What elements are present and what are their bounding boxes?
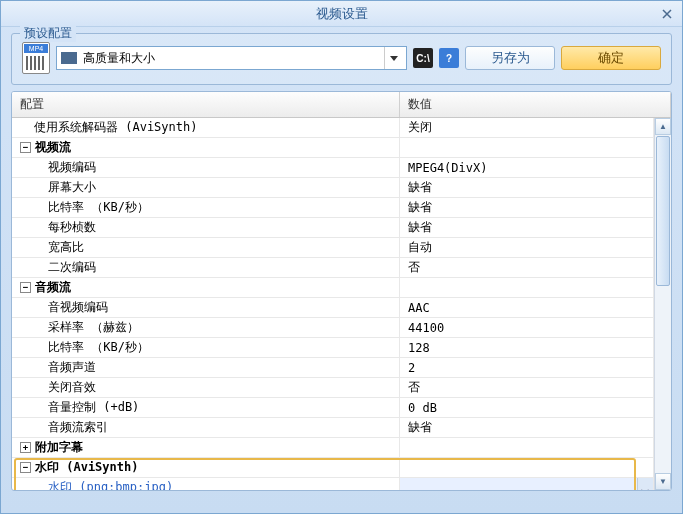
cell-name: 采样率 （赫兹） xyxy=(12,318,400,337)
video-settings-window: 视频设置 预设配置 高质量和大小 C:\ ? 另存为 确定 配置 数值 xyxy=(0,0,683,514)
cell-value[interactable]: MPEG4(DivX) xyxy=(400,158,654,177)
close-button[interactable] xyxy=(658,5,676,23)
row-label: 关闭音效 xyxy=(48,379,96,396)
cell-value[interactable]: 自动 xyxy=(400,238,654,257)
setting-row[interactable]: 使用系统解码器 (AviSynth)关闭 xyxy=(12,118,654,138)
cell-name: 水印 (png;bmp;jpg) xyxy=(12,478,400,490)
combo-dropdown-button[interactable] xyxy=(384,47,402,69)
row-label: 视频流 xyxy=(35,139,71,156)
row-label: 宽高比 xyxy=(48,239,84,256)
preset-combo-text: 高质量和大小 xyxy=(83,50,378,67)
setting-row[interactable]: 音视频编码AAC xyxy=(12,298,654,318)
row-label: 音视频编码 xyxy=(48,299,108,316)
cell-name: 关闭音效 xyxy=(12,378,400,397)
preset-group: 预设配置 高质量和大小 C:\ ? 另存为 确定 xyxy=(11,33,672,85)
setting-row[interactable]: 二次编码否 xyxy=(12,258,654,278)
cell-name: −水印 (AviSynth) xyxy=(12,458,400,477)
setting-row[interactable]: 采样率 （赫兹）44100 xyxy=(12,318,654,338)
vertical-scrollbar[interactable]: ▲ ▼ xyxy=(654,118,671,490)
cell-name: −视频流 xyxy=(12,138,400,157)
cell-value[interactable]: .. xyxy=(400,478,654,490)
setting-row[interactable]: 比特率 （KB/秒）128 xyxy=(12,338,654,358)
header-config[interactable]: 配置 xyxy=(12,92,400,117)
save-as-button[interactable]: 另存为 xyxy=(465,46,555,70)
settings-grid: 配置 数值 使用系统解码器 (AviSynth)关闭−视频流视频编码MPEG4(… xyxy=(11,91,672,491)
row-label: 比特率 （KB/秒） xyxy=(48,199,149,216)
cell-value[interactable]: 缺省 xyxy=(400,178,654,197)
cell-name: 屏幕大小 xyxy=(12,178,400,197)
setting-row[interactable]: 音频流索引缺省 xyxy=(12,418,654,438)
cell-value[interactable]: 128 xyxy=(400,338,654,357)
console-icon[interactable]: C:\ xyxy=(413,48,433,68)
row-label: 音频声道 xyxy=(48,359,96,376)
collapse-icon[interactable]: − xyxy=(20,462,31,473)
setting-row[interactable]: 音频声道2 xyxy=(12,358,654,378)
setting-row[interactable]: 屏幕大小缺省 xyxy=(12,178,654,198)
row-label: 水印 (AviSynth) xyxy=(35,459,138,476)
cell-name: 比特率 （KB/秒） xyxy=(12,338,400,357)
section-row[interactable]: −水印 (AviSynth) xyxy=(12,458,654,478)
grid-body: 使用系统解码器 (AviSynth)关闭−视频流视频编码MPEG4(DivX)屏… xyxy=(12,118,654,490)
cell-name: 宽高比 xyxy=(12,238,400,257)
setting-row[interactable]: 宽高比自动 xyxy=(12,238,654,258)
section-row[interactable]: −视频流 xyxy=(12,138,654,158)
cell-value[interactable]: 缺省 xyxy=(400,218,654,237)
grid-header: 配置 数值 xyxy=(12,92,671,118)
collapse-icon[interactable]: − xyxy=(20,282,31,293)
cell-name: 音频声道 xyxy=(12,358,400,377)
setting-row[interactable]: 关闭音效否 xyxy=(12,378,654,398)
cell-value[interactable]: 0 dB xyxy=(400,398,654,417)
cell-value xyxy=(400,458,654,477)
row-label: 二次编码 xyxy=(48,259,96,276)
ok-button[interactable]: 确定 xyxy=(561,46,661,70)
cell-value[interactable]: 否 xyxy=(400,378,654,397)
section-row[interactable]: −音频流 xyxy=(12,278,654,298)
camera-icon xyxy=(61,52,77,64)
row-label: 水印 (png;bmp;jpg) xyxy=(48,479,173,490)
browse-button[interactable]: .. xyxy=(637,478,653,490)
cell-name: 音视频编码 xyxy=(12,298,400,317)
titlebar: 视频设置 xyxy=(1,1,682,27)
cell-value[interactable]: 缺省 xyxy=(400,418,654,437)
setting-row[interactable]: 视频编码MPEG4(DivX) xyxy=(12,158,654,178)
expand-icon[interactable]: + xyxy=(20,442,31,453)
cell-value[interactable]: AAC xyxy=(400,298,654,317)
scroll-thumb[interactable] xyxy=(656,136,670,286)
cell-value xyxy=(400,438,654,457)
preset-row: 高质量和大小 C:\ ? 另存为 确定 xyxy=(22,42,661,74)
row-label: 音频流 xyxy=(35,279,71,296)
row-label: 比特率 （KB/秒） xyxy=(48,339,149,356)
cell-name: 二次编码 xyxy=(12,258,400,277)
cell-name: 音量控制 (+dB) xyxy=(12,398,400,417)
row-label: 视频编码 xyxy=(48,159,96,176)
cell-value[interactable]: 关闭 xyxy=(400,118,654,137)
row-label: 附加字幕 xyxy=(35,439,83,456)
row-label: 音频流索引 xyxy=(48,419,108,436)
setting-row[interactable]: 音量控制 (+dB)0 dB xyxy=(12,398,654,418)
preset-combo[interactable]: 高质量和大小 xyxy=(56,46,407,70)
cell-name: +附加字幕 xyxy=(12,438,400,457)
row-label: 每秒桢数 xyxy=(48,219,96,236)
cell-name: 音频流索引 xyxy=(12,418,400,437)
row-label: 音量控制 (+dB) xyxy=(48,399,139,416)
scroll-up-button[interactable]: ▲ xyxy=(655,118,671,135)
cell-value[interactable]: 2 xyxy=(400,358,654,377)
cell-value[interactable]: 否 xyxy=(400,258,654,277)
cell-value[interactable]: 44100 xyxy=(400,318,654,337)
cell-name: 比特率 （KB/秒） xyxy=(12,198,400,217)
setting-row[interactable]: 比特率 （KB/秒）缺省 xyxy=(12,198,654,218)
cell-value[interactable]: 缺省 xyxy=(400,198,654,217)
row-label: 屏幕大小 xyxy=(48,179,96,196)
scroll-down-button[interactable]: ▼ xyxy=(655,473,671,490)
collapse-icon[interactable]: − xyxy=(20,142,31,153)
help-icon[interactable]: ? xyxy=(439,48,459,68)
section-row[interactable]: +附加字幕 xyxy=(12,438,654,458)
header-value[interactable]: 数值 xyxy=(400,92,671,117)
setting-row[interactable]: 每秒桢数缺省 xyxy=(12,218,654,238)
row-label: 采样率 （赫兹） xyxy=(48,319,139,336)
cell-value xyxy=(400,138,654,157)
preset-group-label: 预设配置 xyxy=(20,25,76,42)
cell-name: 使用系统解码器 (AviSynth) xyxy=(12,118,400,137)
cell-name: 每秒桢数 xyxy=(12,218,400,237)
setting-row[interactable]: 水印 (png;bmp;jpg).. xyxy=(12,478,654,490)
